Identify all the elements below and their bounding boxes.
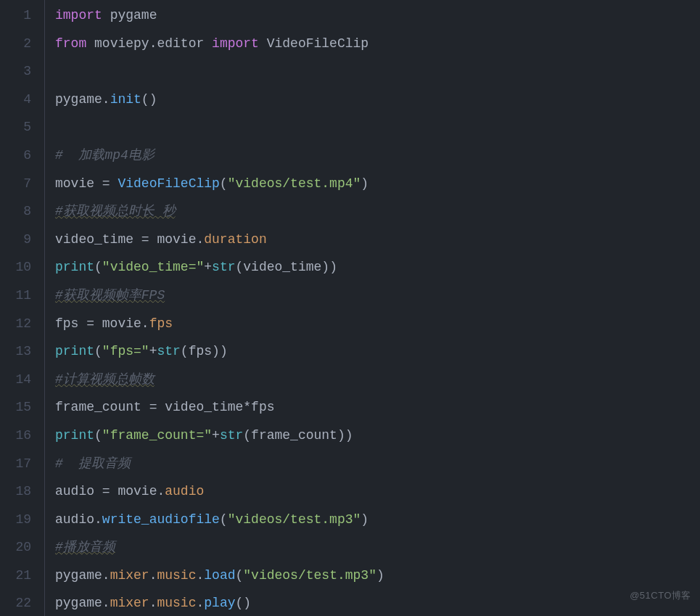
- code-token: .: [102, 596, 110, 610]
- code-token: fps: [189, 344, 212, 358]
- code-line[interactable]: # 提取音频: [55, 450, 700, 478]
- code-token: (: [94, 428, 102, 443]
- code-token: print: [55, 344, 94, 358]
- code-line[interactable]: #播放音频: [55, 533, 700, 562]
- code-token: (: [220, 176, 228, 191]
- code-token: "fps=": [102, 344, 149, 358]
- code-token: audio: [55, 484, 94, 498]
- code-token: =: [94, 484, 118, 498]
- code-line[interactable]: fps = movie.fps: [55, 310, 700, 338]
- line-number: 12: [0, 310, 31, 338]
- line-number: 19: [0, 506, 31, 534]
- line-number-gutter: 12345678910111213141516171819202122: [0, 0, 45, 616]
- code-token: audio: [55, 512, 94, 527]
- code-line[interactable]: #获取视频总时长 秒: [55, 197, 700, 226]
- code-token: .: [196, 232, 204, 247]
- code-line[interactable]: pygame.mixer.music.play(): [55, 589, 700, 616]
- line-number: 8: [0, 197, 31, 226]
- code-token: # 加载mp4电影: [55, 148, 155, 163]
- code-token: mixer: [110, 568, 149, 583]
- line-number: 14: [0, 366, 31, 394]
- code-token: .: [102, 568, 110, 583]
- line-number: 3: [0, 57, 31, 86]
- line-number: 16: [0, 422, 31, 450]
- code-token: (: [94, 260, 102, 274]
- code-token: print: [55, 260, 94, 274]
- code-token: "videos/test.mp3": [228, 512, 361, 527]
- code-line[interactable]: video_time = movie.duration: [55, 226, 700, 254]
- code-token: # 提取音频: [55, 456, 131, 471]
- code-token: play: [204, 596, 235, 610]
- code-token: from: [55, 36, 86, 51]
- code-token: =: [133, 232, 157, 247]
- code-line[interactable]: print("frame_count="+str(frame_count)): [55, 422, 700, 450]
- line-number: 18: [0, 477, 31, 506]
- code-token: #计算视频总帧数: [55, 372, 155, 387]
- code-token: str: [220, 428, 243, 443]
- code-token: (): [236, 596, 252, 610]
- watermark-label: @51CTO博客: [630, 582, 691, 610]
- code-line[interactable]: pygame.mixer.music.load("videos/test.mp3…: [55, 562, 700, 590]
- code-token: "videos/test.mp3": [243, 568, 376, 583]
- code-line[interactable]: print("fps="+str(fps)): [55, 337, 700, 366]
- code-line[interactable]: frame_count = video_time*fps: [55, 393, 700, 422]
- code-line[interactable]: print("video_time="+str(video_time)): [55, 253, 700, 282]
- code-token: fps: [55, 316, 78, 331]
- code-token: str: [212, 260, 235, 274]
- code-token: )): [212, 344, 228, 358]
- line-number: 17: [0, 450, 31, 478]
- code-line[interactable]: audio.write_audiofile("videos/test.mp3"): [55, 506, 700, 534]
- line-number: 15: [0, 393, 31, 422]
- line-number: 20: [0, 533, 31, 562]
- code-token: "videos/test.mp4": [228, 176, 361, 191]
- code-token: movie: [102, 316, 141, 331]
- code-token: .: [157, 484, 165, 498]
- code-token: (: [235, 260, 243, 274]
- code-token: audio: [165, 484, 204, 498]
- code-line[interactable]: pygame.init(): [55, 86, 700, 114]
- code-token: #播放音频: [55, 540, 115, 554]
- code-line[interactable]: from moviepy.editor import VideoFileClip: [55, 30, 700, 58]
- line-number: 11: [0, 282, 31, 310]
- code-line[interactable]: # 加载mp4电影: [55, 141, 700, 170]
- code-token: [86, 36, 94, 51]
- line-number: 2: [0, 30, 31, 58]
- code-token: VideoFileClip: [267, 36, 368, 51]
- code-line[interactable]: #计算视频总帧数: [55, 366, 700, 394]
- line-number: 1: [0, 1, 31, 30]
- code-token: music: [157, 596, 196, 610]
- code-token: ): [361, 512, 368, 527]
- code-token: load: [204, 568, 235, 583]
- code-area[interactable]: import pygamefrom moviepy.editor import …: [45, 0, 700, 616]
- code-token: (: [181, 344, 189, 358]
- code-token: #获取视频总时长 秒: [55, 204, 176, 218]
- code-token: .: [149, 568, 157, 583]
- code-line[interactable]: audio = movie.audio: [55, 477, 700, 506]
- line-number: 6: [0, 141, 31, 170]
- code-token: (: [220, 512, 228, 527]
- code-token: str: [157, 344, 180, 358]
- code-token: VideoFileClip: [118, 176, 219, 191]
- code-line[interactable]: #获取视频帧率FPS: [55, 282, 700, 310]
- code-token: [102, 8, 110, 22]
- code-token: .: [141, 316, 149, 331]
- code-token: [259, 36, 267, 51]
- code-line[interactable]: [55, 113, 700, 141]
- code-token: video_time: [165, 400, 243, 414]
- code-token: =: [78, 316, 102, 331]
- code-token: (: [243, 428, 251, 443]
- code-token: (: [236, 568, 244, 583]
- code-editor[interactable]: 12345678910111213141516171819202122 impo…: [0, 0, 700, 616]
- code-token: .: [149, 596, 157, 610]
- code-line[interactable]: movie = VideoFileClip("videos/test.mp4"): [55, 170, 700, 198]
- code-token: )): [337, 428, 353, 443]
- code-token: "frame_count=": [102, 428, 212, 443]
- code-token: .: [102, 92, 110, 107]
- code-token: import: [212, 36, 259, 51]
- code-token: ): [361, 176, 368, 191]
- code-token: *: [243, 400, 251, 414]
- line-number: 4: [0, 86, 31, 114]
- code-token: +: [149, 344, 157, 358]
- code-line[interactable]: import pygame: [55, 1, 700, 30]
- code-line[interactable]: [55, 57, 700, 86]
